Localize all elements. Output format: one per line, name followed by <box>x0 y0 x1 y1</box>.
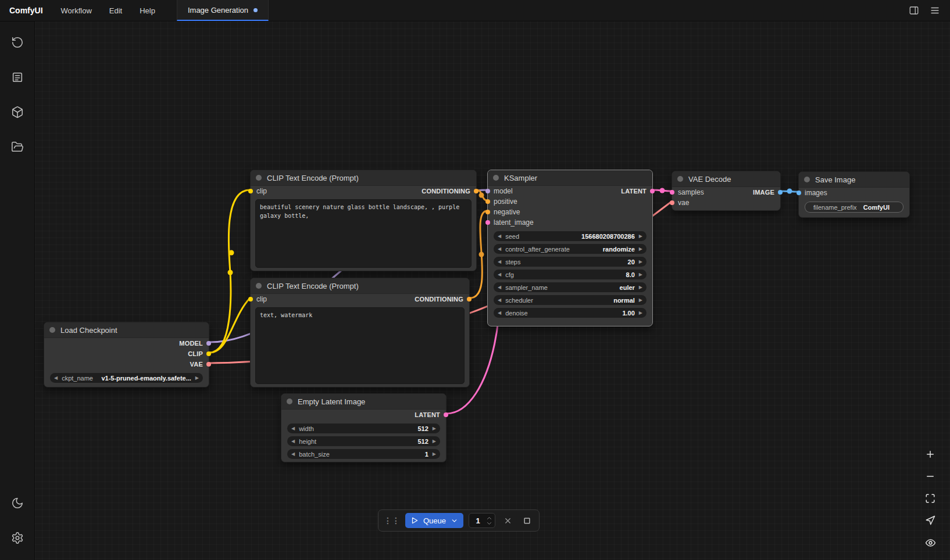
increment-arrow-icon[interactable]: ▶ <box>639 272 642 277</box>
reroute-dot[interactable] <box>660 188 665 193</box>
toggle-visibility-button[interactable] <box>923 536 937 550</box>
decrement-arrow-icon[interactable]: ◀ <box>291 452 295 457</box>
tab-image-generation[interactable]: Image Generation <box>177 0 269 21</box>
decrement-arrow-icon[interactable]: ◀ <box>498 234 501 239</box>
input-port-vae[interactable]: vae <box>678 198 689 208</box>
node-load-checkpoint[interactable]: Load Checkpoint MODEL CLIP VAE <box>44 322 209 387</box>
main-menu-button[interactable] <box>927 2 943 19</box>
decrement-arrow-icon[interactable]: ◀ <box>498 260 501 264</box>
select-mode-button[interactable] <box>923 514 937 527</box>
collapse-toggle-icon[interactable] <box>256 175 262 181</box>
collapse-toggle-icon[interactable] <box>493 175 499 181</box>
widget-batch-size[interactable]: ◀ batch_size 1 ▶ <box>287 449 440 459</box>
queue-button[interactable]: Queue <box>405 513 463 528</box>
node-ksampler[interactable]: KSampler model LATENT positive <box>487 170 653 326</box>
fit-view-button[interactable] <box>923 491 937 505</box>
decrement-arrow-icon[interactable]: ◀ <box>498 272 501 277</box>
node-vae-decode[interactable]: VAE Decode samples IMAGE vae <box>672 171 781 211</box>
toggle-panel-button[interactable] <box>906 2 922 19</box>
input-port-clip[interactable]: clip <box>256 294 267 304</box>
output-port-conditioning[interactable]: CONDITIONING <box>415 294 463 304</box>
node-empty-latent-image[interactable]: Empty Latent Image LATENT ◀ width 512 ▶ … <box>281 393 447 462</box>
widget-control-after-generate[interactable]: ◀ control_after_generate randomize ▶ <box>494 244 647 254</box>
output-port-vae[interactable]: VAE <box>190 359 203 369</box>
sidebar-item-queue-history[interactable] <box>6 31 29 54</box>
zoom-out-button[interactable] <box>923 469 937 483</box>
negative-prompt-textarea[interactable]: text, watermark <box>255 307 465 384</box>
decrement-arrow-icon[interactable]: ◀ <box>498 285 501 290</box>
increment-arrow-icon[interactable]: ▶ <box>639 247 642 252</box>
reroute-dot[interactable] <box>479 193 484 198</box>
output-port-latent[interactable]: LATENT <box>621 186 647 196</box>
widget-filename-prefix[interactable]: filename_prefix ComfyUI <box>805 202 903 213</box>
batch-count-value[interactable]: 1 <box>469 516 487 525</box>
node-clip-text-encode-positive[interactable]: CLIP Text Encode (Prompt) clip CONDITION… <box>250 170 477 271</box>
collapse-toggle-icon[interactable] <box>49 327 55 333</box>
input-port-clip[interactable]: clip <box>256 186 267 196</box>
widget-height[interactable]: ◀ height 512 ▶ <box>287 436 440 446</box>
input-port-latent-image[interactable]: latent_image <box>494 217 534 228</box>
menu-edit[interactable]: Edit <box>101 0 131 21</box>
positive-prompt-textarea[interactable]: beautiful scenery nature glass bottle la… <box>255 199 472 268</box>
widget-ckpt-name[interactable]: ◀ ckpt_name v1-5-pruned-emaonly.safete..… <box>50 373 203 383</box>
stepper-up-icon[interactable] <box>487 516 492 520</box>
output-port-conditioning[interactable]: CONDITIONING <box>422 186 470 196</box>
decrement-arrow-icon[interactable]: ◀ <box>291 426 295 431</box>
decrement-arrow-icon[interactable]: ◀ <box>498 311 501 315</box>
settings-button[interactable] <box>6 526 29 550</box>
increment-arrow-icon[interactable]: ▶ <box>433 426 436 431</box>
input-port-negative[interactable]: negative <box>494 207 520 217</box>
output-port-model[interactable]: MODEL <box>179 338 203 349</box>
node-save-image[interactable]: Save Image images filename_prefix ComfyU… <box>798 171 910 218</box>
widget-steps[interactable]: ◀ steps 20 ▶ <box>494 257 647 267</box>
widget-sampler-name[interactable]: ◀ sampler_name euler ▶ <box>494 282 647 292</box>
increment-arrow-icon[interactable]: ▶ <box>433 439 436 444</box>
input-port-images[interactable]: images <box>805 188 827 198</box>
increment-arrow-icon[interactable]: ▶ <box>639 285 642 290</box>
batch-count-stepper[interactable]: 1 <box>469 513 495 528</box>
reroute-dot[interactable] <box>228 270 233 275</box>
increment-arrow-icon[interactable]: ▶ <box>639 298 642 303</box>
node-header[interactable]: Save Image <box>799 172 909 188</box>
decrement-arrow-icon[interactable]: ◀ <box>498 298 501 303</box>
reroute-dot[interactable] <box>229 250 234 256</box>
graph-canvas[interactable]: CLIP Text Encode (Prompt) clip CONDITION… <box>35 21 950 560</box>
widget-scheduler[interactable]: ◀ scheduler normal ▶ <box>494 295 647 305</box>
input-port-positive[interactable]: positive <box>494 196 517 207</box>
widget-width[interactable]: ◀ width 512 ▶ <box>287 423 440 433</box>
sidebar-item-node-library[interactable] <box>6 66 29 89</box>
node-header[interactable]: Load Checkpoint <box>44 322 209 338</box>
theme-toggle-button[interactable] <box>6 491 29 515</box>
node-header[interactable]: Empty Latent Image <box>281 394 446 410</box>
input-port-samples[interactable]: samples <box>678 187 704 198</box>
increment-arrow-icon[interactable]: ▶ <box>639 260 642 264</box>
stepper-down-icon[interactable] <box>487 522 492 525</box>
collapse-toggle-icon[interactable] <box>677 176 683 182</box>
collapse-toggle-icon[interactable] <box>287 399 292 404</box>
output-port-latent[interactable]: LATENT <box>415 410 440 420</box>
input-port-model[interactable]: model <box>494 186 513 196</box>
increment-arrow-icon[interactable]: ▶ <box>433 452 436 457</box>
widget-denoise[interactable]: ◀ denoise 1.00 ▶ <box>494 308 647 318</box>
chevron-down-icon[interactable] <box>451 517 458 525</box>
increment-arrow-icon[interactable]: ▶ <box>639 311 642 315</box>
node-header[interactable]: VAE Decode <box>672 171 780 187</box>
node-header[interactable]: CLIP Text Encode (Prompt) <box>251 278 469 294</box>
menu-help[interactable]: Help <box>131 0 164 21</box>
clear-queue-button[interactable] <box>501 514 515 527</box>
zoom-in-button[interactable] <box>923 447 937 461</box>
widget-seed[interactable]: ◀ seed 156680208700286 ▶ <box>494 231 647 241</box>
increment-arrow-icon[interactable]: ▶ <box>639 234 642 239</box>
sidebar-item-model-library[interactable] <box>6 100 29 124</box>
decrement-arrow-icon[interactable]: ◀ <box>498 247 501 252</box>
collapse-toggle-icon[interactable] <box>804 177 810 182</box>
drag-handle[interactable]: ⋮⋮ <box>384 516 400 525</box>
decrement-arrow-icon[interactable]: ◀ <box>291 439 295 444</box>
stop-button[interactable] <box>520 514 534 527</box>
output-port-image[interactable]: IMAGE <box>753 187 774 198</box>
increment-arrow-icon[interactable]: ▶ <box>195 376 199 380</box>
widget-cfg[interactable]: ◀ cfg 8.0 ▶ <box>494 270 647 279</box>
node-header[interactable]: KSampler <box>488 170 652 186</box>
collapse-toggle-icon[interactable] <box>256 283 262 289</box>
reroute-dot[interactable] <box>787 189 792 194</box>
